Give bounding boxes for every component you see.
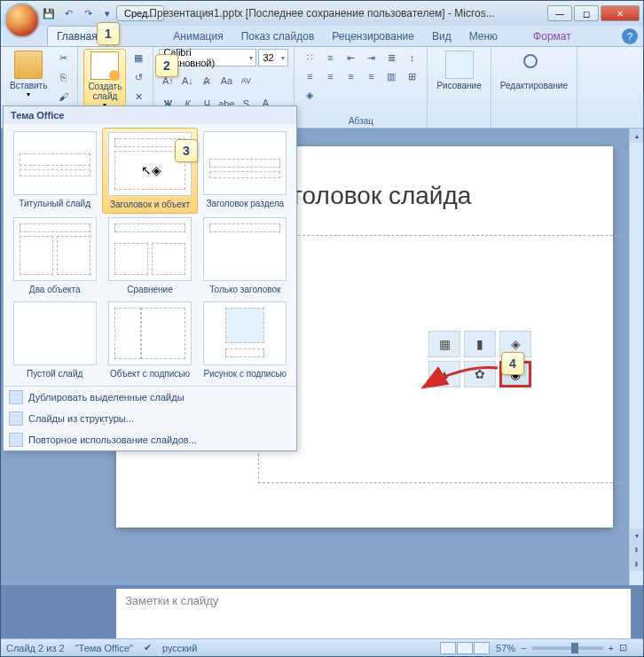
layout-gallery: Тема Office Титульный слайд ↖◈ Заголовок… [3,106,297,451]
numbering-icon[interactable]: ≡ [320,49,340,66]
align-text-icon[interactable]: ⊞ [402,67,421,85]
quick-access-toolbar: 💾 ↶ ↷ ▾ [40,4,116,22]
zoom-in-icon[interactable]: + [609,643,614,653]
gallery-header: Тема Office [4,106,296,124]
font-size-combo[interactable]: 32 [258,49,288,66]
slideshow-view-icon[interactable] [474,642,490,654]
layout-picture-caption[interactable]: Рисунок с подписью [198,298,293,382]
window-controls: — ◻ ✕ [546,5,640,21]
indent-dec-icon[interactable]: ⇤ [341,49,360,66]
shrink-font-icon[interactable]: A↓ [178,72,196,90]
layout-section-header[interactable]: Заголовок раздела [198,128,293,214]
editing-button[interactable]: Редактирование [497,49,571,92]
statusbar: Слайд 2 из 2 "Тема Office" ✔ русский 57%… [1,638,643,656]
tab-view[interactable]: Вид [423,27,460,46]
align-right-icon[interactable]: ≡ [341,67,360,85]
redo-icon[interactable]: ↷ [79,4,97,22]
reset-icon[interactable]: ↺ [130,68,147,86]
callout-3: 3 [175,139,198,162]
zoom-slider[interactable] [532,646,603,650]
new-slide-icon [90,51,119,80]
content-placeholder[interactable]: ▦ ▮ ◈ ▲ ✿ ◉ [258,235,643,483]
prev-slide-icon[interactable]: ⇞ [630,543,643,557]
undo-icon[interactable]: ↶ [59,4,77,22]
qat-dropdown-icon[interactable]: ▾ [98,4,116,22]
help-icon[interactable]: ? [622,28,638,44]
zoom-out-icon[interactable]: − [521,643,526,653]
insert-table-icon[interactable]: ▦ [428,331,460,357]
layout-comparison[interactable]: Сравнение [102,214,197,298]
find-icon [520,51,548,79]
callout-4: 4 [501,352,524,375]
drawing-button[interactable]: Рисование [433,49,484,92]
new-slide-button[interactable]: Создать слайд ▾ [83,49,126,112]
scroll-down-icon[interactable]: ▾ [630,528,643,543]
titlebar: 💾 ↶ ↷ ▾ Презентация1.pptx [Последнее сох… [1,1,643,26]
callout-1: 1 [97,22,120,45]
layout-two-content[interactable]: Два объекта [7,214,102,298]
indent-inc-icon[interactable]: ⇥ [361,49,381,66]
callout-2: 2 [155,54,178,77]
tab-review[interactable]: Рецензирование [323,27,423,46]
align-left-icon[interactable]: ≡ [300,67,319,85]
layout-title-only[interactable]: Только заголовок [198,214,293,298]
clear-format-icon[interactable]: A̷ [198,72,216,90]
window-title: Презентация1.pptx [Последнее сохранение … [149,7,494,20]
layout-content-caption[interactable]: Объект с подписью [102,298,197,382]
format-painter-icon[interactable]: 🖌 [54,88,72,106]
sorter-view-icon[interactable] [457,642,473,654]
group-editing: Редактирование [491,47,577,128]
vertical-scrollbar[interactable]: ▴ ▾ ⇞⇟ [629,129,643,585]
slide-title-text: головок слайда [294,182,471,210]
paste-icon [14,51,43,79]
layout-blank[interactable]: Пустой слайд [7,298,102,382]
tab-animation[interactable]: Анимация [164,27,232,46]
scroll-up-icon[interactable]: ▴ [630,129,643,143]
justify-icon[interactable]: ≡ [361,67,381,85]
save-icon[interactable]: 💾 [40,4,58,22]
close-button[interactable]: ✕ [601,5,640,21]
char-spacing-icon[interactable]: AV [237,72,255,90]
status-language[interactable]: русский [162,643,197,653]
menu-duplicate-slides[interactable]: Дублировать выделенные слайды [4,387,296,408]
tab-menu[interactable]: Меню [460,27,507,46]
notes-pane[interactable]: Заметки к слайду [116,585,631,638]
text-direction-icon[interactable]: ↕ [402,49,421,66]
menu-slides-from-outline[interactable]: Слайды из структуры... [4,408,296,429]
normal-view-icon[interactable] [440,642,456,654]
layout-title-slide[interactable]: Титульный слайд [7,128,102,214]
spellcheck-icon[interactable]: ✔ [144,642,152,653]
layout-icon[interactable]: ▦ [130,49,147,66]
office-button[interactable] [4,3,40,38]
delete-icon[interactable]: ✕ [130,88,147,106]
tab-slideshow[interactable]: Показ слайдов [232,27,324,46]
status-slide-count: Слайд 2 из 2 [6,643,65,653]
zoom-percent[interactable]: 57% [496,643,515,653]
group-paragraph: ∷ ≡ ⇤ ⇥ ≣ ↕ ≡ ≡ ≡ ≡ ▥ ⊞ ◈ Абзац [295,47,428,128]
group-label-paragraph: Абзац [300,114,421,128]
line-spacing-icon[interactable]: ≣ [381,49,401,66]
columns-icon[interactable]: ▥ [381,67,401,85]
view-buttons [440,642,491,654]
bullets-icon[interactable]: ∷ [300,49,319,66]
next-slide-icon[interactable]: ⇟ [630,557,643,571]
paste-button[interactable]: Вставить ▾ [6,49,51,100]
maximize-button[interactable]: ◻ [574,5,599,21]
copy-icon[interactable]: ⎘ [54,68,72,86]
tab-format[interactable]: Формат [524,27,580,46]
arrow-icon [418,363,503,393]
shapes-icon [445,51,474,79]
align-center-icon[interactable]: ≡ [320,67,340,85]
cut-icon[interactable]: ✂ [54,49,72,66]
status-theme: "Тема Office" [75,643,133,653]
minimize-button[interactable]: — [547,5,572,21]
convert-smartart-icon[interactable]: ◈ [300,86,319,104]
group-drawing: Рисование [428,47,491,128]
change-case-icon[interactable]: Aa [217,72,235,90]
insert-chart-icon[interactable]: ▮ [464,331,496,357]
menu-reuse-slides[interactable]: Повторное использование слайдов... [4,429,296,450]
app-window: 💾 ↶ ↷ ▾ Презентация1.pptx [Последнее сох… [0,0,644,657]
fit-window-icon[interactable]: ⊡ [619,642,627,653]
